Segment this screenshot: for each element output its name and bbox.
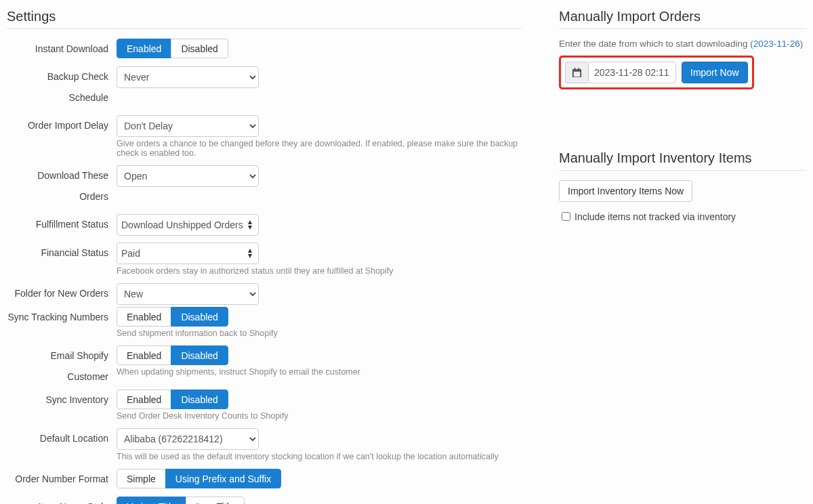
backup-schedule-select[interactable]: Never [117, 66, 259, 88]
instant-download-label: Instant Download [7, 39, 117, 60]
download-these-orders-label: Download These Orders [7, 165, 117, 207]
fulfillment-status-label: Fulfillment Status [7, 214, 117, 235]
sync-inventory-enabled-button[interactable]: Enabled [117, 390, 171, 409]
manual-inventory-title: Manually Import Inventory Items [559, 150, 806, 166]
import-now-button[interactable]: Import Now [682, 62, 748, 83]
include-not-tracked-checkbox[interactable] [562, 212, 570, 221]
order-import-delay-label: Order Import Delay [7, 115, 117, 136]
sync-tracking-help: Send shipment information back to Shopif… [117, 329, 522, 338]
folder-new-orders-label: Folder for New Orders [7, 283, 117, 304]
manual-orders-help: Enter the date from which to start downl… [559, 39, 806, 49]
sync-inventory-label: Sync Inventory [7, 390, 117, 411]
calendar-icon [565, 62, 588, 83]
email-customer-disabled-button[interactable]: Disabled [171, 345, 228, 365]
financial-status-label: Financial Status [7, 243, 117, 264]
sync-inventory-toggle: Enabled Disabled [117, 390, 228, 409]
order-import-delay-select[interactable]: Don't Delay [117, 115, 259, 137]
order-number-format-toggle: Simple Using Prefix and Suffix [117, 469, 281, 488]
divider [7, 28, 522, 29]
divider [559, 170, 806, 171]
item-name-style-toggle: Variant Title Item Title [117, 497, 245, 504]
instant-download-enabled-button[interactable]: Enabled [117, 39, 171, 58]
financial-status-select[interactable]: Paid [117, 243, 259, 264]
import-inventory-button[interactable]: Import Inventory Items Now [559, 180, 692, 202]
sync-tracking-label: Sync Tracking Numbers [7, 307, 117, 328]
manual-orders-title: Manually Import Orders [559, 9, 806, 24]
settings-title: Settings [7, 9, 522, 24]
backup-schedule-label: Backup Check Schedule [7, 66, 117, 108]
instant-download-toggle: Enabled Disabled [117, 39, 228, 58]
import-datetime-input[interactable] [588, 62, 676, 83]
email-customer-label: Email Shopify Customer [7, 345, 117, 387]
order-number-format-label: Order Number Format [7, 469, 117, 490]
default-location-help: This will be used as the default invento… [117, 452, 522, 461]
item-name-style-item-button[interactable]: Item Title [186, 497, 245, 504]
item-name-style-variant-button[interactable]: Variant Title [117, 497, 186, 504]
import-orders-highlight: Import Now [559, 56, 754, 89]
instant-download-disabled-button[interactable]: Disabled [171, 39, 228, 58]
download-these-orders-select[interactable]: Open [117, 165, 259, 187]
order-number-format-simple-button[interactable]: Simple [117, 469, 166, 488]
default-location-select[interactable]: Alibaba (67262218412) [117, 428, 259, 450]
item-name-style-label: Item Name Style [7, 497, 117, 504]
default-location-label: Default Location [7, 428, 117, 449]
email-customer-enabled-button[interactable]: Enabled [117, 345, 171, 365]
sync-tracking-enabled-button[interactable]: Enabled [117, 307, 171, 327]
manual-orders-date-link[interactable]: 2023-11-26 [753, 39, 800, 49]
order-import-delay-help: Give orders a chance to be changed befor… [117, 139, 522, 158]
fulfillment-status-select[interactable]: Download Unshipped Orders [117, 214, 259, 236]
email-customer-help: When updating shipments, instruct Shopif… [117, 367, 522, 377]
order-number-format-prefix-button[interactable]: Using Prefix and Suffix [165, 469, 281, 488]
folder-new-orders-select[interactable]: New [117, 283, 259, 305]
divider [559, 28, 806, 29]
settings-panel: Settings Instant Download Enabled Disabl… [7, 5, 522, 504]
sync-inventory-disabled-button[interactable]: Disabled [171, 390, 228, 409]
sync-inventory-help: Send Order Desk Inventory Counts to Shop… [117, 411, 522, 421]
financial-status-help: Facebook orders stay in authorized statu… [117, 266, 522, 276]
include-not-tracked-label[interactable]: Include items not tracked via inventory [575, 211, 736, 222]
sync-tracking-disabled-button[interactable]: Disabled [171, 307, 228, 327]
sync-tracking-toggle: Enabled Disabled [117, 307, 228, 327]
email-customer-toggle: Enabled Disabled [117, 345, 228, 365]
